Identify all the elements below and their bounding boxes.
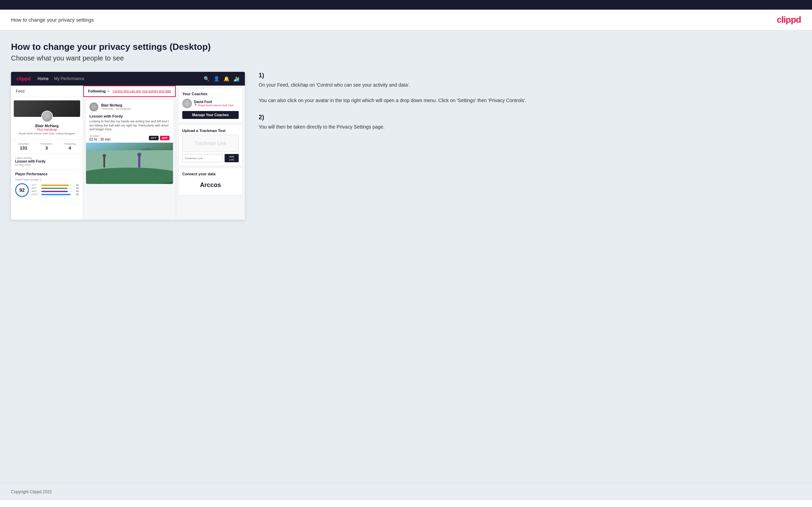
following-button[interactable]: Following ▼ — [88, 89, 110, 93]
latest-label: Latest Activity — [15, 156, 79, 159]
page-subheading: Choose what you want people to see — [11, 54, 801, 62]
footer: Copyright Clippd 2022 — [0, 483, 812, 500]
player-performance: Player Performance Total Player Quality … — [11, 169, 83, 200]
nav-item-my-performance[interactable]: My Performance — [54, 76, 84, 81]
profile-stats: Activities 131 Followers 3 Following 4 — [11, 140, 83, 154]
latest-date: 03 Aug 2022 — [15, 163, 79, 166]
stat-label-followers: Followers — [41, 142, 52, 145]
connect-title: Connect your data — [182, 172, 239, 176]
tag-ott: OTT — [149, 136, 159, 140]
control-privacy-link[interactable]: Control who can see your activity and da… — [112, 89, 171, 93]
instruction-1: 1) On your Feed, click/tap on 'Control w… — [259, 72, 798, 104]
avatar-icon[interactable]: 🏄 — [234, 76, 239, 81]
svg-point-1 — [86, 168, 173, 184]
header-title: How to change your privacy settings — [11, 17, 94, 23]
quality-circle: 92 — [15, 183, 29, 197]
coaches-title: Your Coaches — [182, 92, 239, 96]
instruction-1-number: 1) — [259, 72, 798, 79]
user-icon[interactable]: 👤 — [214, 76, 219, 81]
quality-label-text: Total Player Quality — [15, 178, 39, 181]
instruction-1-text: On your Feed, click/tap on 'Control who … — [259, 81, 798, 104]
info-icon: ℹ — [40, 178, 41, 181]
profile-avatar — [41, 111, 53, 122]
bar-putt: PUTT 96 — [32, 193, 79, 196]
quality-row: 92 OTT 90 APP 85 — [15, 183, 79, 197]
stat-label-activities: Activities — [18, 142, 29, 145]
feed-header: Following ▼ Control who can see your act… — [84, 86, 175, 96]
post-author-info: Blair McHarg Yesterday · Sunningdale — [101, 103, 131, 110]
bar-app: APP 85 — [32, 187, 79, 189]
main-content: How to change your privacy settings (Des… — [0, 31, 812, 483]
manage-coaches-button[interactable]: Manage Your Coaches — [182, 111, 239, 119]
post-author-name: Blair McHarg — [101, 103, 131, 107]
header: How to change your privacy settings clip… — [0, 10, 812, 31]
post-card: Blair McHarg Yesterday · Sunningdale Les… — [86, 100, 173, 184]
connect-data-card: Connect your data Arccos — [179, 168, 242, 195]
profile-club: Royal North Devon Golf Club, United King… — [14, 132, 80, 135]
post-description: Looking to feel like my hands are exitin… — [86, 120, 173, 133]
duration-label: Duration — [89, 134, 110, 137]
post-date: Yesterday · Sunningdale — [101, 107, 131, 110]
trackman-input[interactable] — [182, 154, 223, 162]
quality-bars: OTT 90 APP 85 ARG — [32, 184, 79, 196]
stat-value-following: 4 — [64, 145, 76, 151]
coach-name: David Ford — [194, 100, 234, 104]
feed-tab[interactable]: Feed — [11, 86, 83, 97]
add-link-button[interactable]: Add Link — [225, 154, 239, 162]
stat-label-following: Following — [64, 142, 76, 145]
stat-following: Following 4 — [64, 142, 76, 151]
app-logo: clippd — [17, 76, 31, 81]
chevron-down-icon: ▼ — [107, 90, 110, 93]
app-body: Feed Blair McHarg Plus Handicap Royal No… — [11, 86, 245, 220]
stat-activities: Activities 131 — [18, 142, 29, 151]
instruction-2: 2) You will then be taken directly to th… — [259, 114, 798, 131]
trackman-placeholder-text: Trackman Link — [195, 141, 226, 146]
perf-title: Player Performance — [15, 172, 79, 176]
coach-club: 📍 Royal North Devon Golf Club — [194, 104, 234, 107]
clippd-logo: clippd — [777, 14, 801, 25]
bar-arg: ARG 86 — [32, 190, 79, 192]
profile-area: Blair McHarg Plus Handicap Royal North D… — [11, 97, 83, 140]
post-image — [86, 143, 173, 184]
svg-rect-2 — [104, 157, 105, 168]
svg-point-5 — [137, 153, 141, 156]
coaches-card: Your Coaches David Ford 📍 Royal North De… — [179, 88, 242, 122]
following-label: Following — [88, 89, 106, 93]
profile-handicap: Plus Handicap — [14, 128, 80, 131]
coach-avatar — [182, 99, 192, 108]
quality-label: Total Player Quality ℹ — [15, 178, 79, 181]
duration-value: 01 hr : 30 min — [89, 137, 110, 141]
app-feed: Following ▼ Control who can see your act… — [83, 86, 176, 220]
trackman-title: Upload a Trackman Test — [182, 129, 239, 133]
instructions-panel: 1) On your Feed, click/tap on 'Control w… — [256, 72, 801, 141]
duration-row: Duration 01 hr : 30 min OTT APP — [86, 133, 173, 143]
svg-rect-4 — [138, 156, 140, 168]
trackman-card: Upload a Trackman Test Trackman Link Add… — [179, 125, 242, 166]
stat-value-activities: 131 — [18, 145, 29, 151]
search-icon[interactable]: 🔍 — [204, 76, 209, 81]
app-sidebar: Feed Blair McHarg Plus Handicap Royal No… — [11, 86, 83, 220]
coach-info: David Ford 📍 Royal North Devon Golf Club — [194, 100, 234, 107]
instruction-2-number: 2) — [259, 114, 798, 121]
location-icon: 📍 — [194, 104, 197, 107]
post-author-avatar — [89, 102, 98, 111]
latest-title: Lesson with Fordy — [15, 159, 79, 163]
post-header: Blair McHarg Yesterday · Sunningdale — [86, 100, 173, 114]
trackman-input-row: Add Link — [182, 154, 239, 162]
duration-info: Duration 01 hr : 30 min — [89, 134, 110, 141]
bell-icon[interactable]: 🔔 — [224, 76, 229, 81]
copyright-text: Copyright Clippd 2022 — [11, 489, 52, 494]
app-nav: clippd Home My Performance 🔍 👤 🔔 🏄 — [11, 72, 245, 86]
instruction-2-text: You will then be taken directly to the P… — [259, 123, 798, 131]
stat-value-followers: 3 — [41, 145, 52, 151]
nav-item-home[interactable]: Home — [37, 76, 48, 81]
nav-icons: 🔍 👤 🔔 🏄 — [204, 76, 239, 81]
tag-app: APP — [160, 136, 170, 140]
stat-followers: Followers 3 — [41, 142, 52, 151]
coach-row: David Ford 📍 Royal North Devon Golf Club — [182, 99, 239, 108]
arccos-logo: Arccos — [182, 179, 239, 191]
page-heading: How to change your privacy settings (Des… — [11, 42, 801, 52]
latest-activity: Latest Activity Lesson with Fordy 03 Aug… — [11, 154, 83, 169]
profile-name: Blair McHarg — [14, 124, 80, 128]
top-bar — [0, 0, 812, 10]
